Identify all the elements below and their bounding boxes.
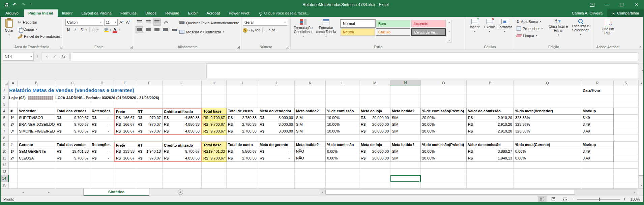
cell-J8[interactable] — [258, 135, 295, 142]
cell-E11[interactable]: R$166,67 — [114, 155, 136, 162]
tab-inserir[interactable]: Inserir — [58, 9, 77, 17]
cell-B11[interactable]: CLEUSA — [18, 155, 55, 162]
wrap-text-button[interactable]: Quebrar Texto Automaticamente — [178, 19, 240, 26]
sheet-nav-left-icon[interactable]: ◂ — [19, 188, 27, 196]
cell-F5[interactable]: R$970,07 — [136, 115, 163, 121]
cell-I4[interactable]: Total de custo — [227, 108, 258, 115]
cell-I11[interactable]: R$2.780,33 — [227, 155, 258, 162]
name-box-dropdown-icon[interactable]: ▾ — [30, 55, 32, 58]
cell-M7[interactable]: R$20.000,00 — [359, 128, 390, 135]
cell-M10[interactable]: R$20.000,00 — [359, 148, 390, 155]
minimize-icon[interactable]: — — [599, 0, 614, 9]
cell-N7[interactable]: SIM — [390, 128, 421, 135]
cell-L14[interactable] — [326, 175, 359, 182]
conditional-formatting-button[interactable]: Formatação Condicional▾ — [292, 18, 314, 44]
cell-R8[interactable] — [581, 135, 614, 142]
cell-D10[interactable]: R$- — [90, 148, 114, 155]
cell-S4[interactable] — [614, 108, 638, 115]
cell-E3[interactable] — [114, 101, 136, 108]
zoom-slider[interactable] — [577, 199, 620, 200]
cell-A6[interactable]: 2º — [9, 121, 18, 128]
cell-R7[interactable]: 3,49 — [581, 128, 614, 135]
row-header-6[interactable]: 6 — [0, 121, 9, 128]
formula-enter-button[interactable]: ✓ — [53, 54, 57, 59]
formula-cancel-button[interactable]: × — [46, 54, 48, 59]
cell-N12[interactable] — [390, 162, 421, 169]
decrease-decimal-icon[interactable]: .00→ — [271, 29, 278, 32]
cell-H13[interactable] — [202, 169, 227, 175]
cell-F10[interactable]: R$1.940,13 — [136, 148, 163, 155]
cell-E12[interactable] — [114, 162, 136, 169]
cell-H5[interactable]: R$9.700,67 — [202, 115, 227, 121]
cell-K6[interactable]: SIM — [295, 121, 326, 128]
cell-P14[interactable] — [467, 175, 514, 182]
cell-G4[interactable]: Crédito utilizado — [163, 108, 202, 115]
cell-K14[interactable] — [295, 175, 326, 182]
style-calculo[interactable]: Cálculo — [376, 28, 410, 36]
cell-S3[interactable] — [614, 101, 638, 108]
cell-P9[interactable]: Valor da comissão — [467, 142, 514, 148]
cell-J6[interactable]: R$3.000,00 — [258, 121, 295, 128]
cell-O5[interactable]: 20.00% — [421, 115, 467, 121]
cell-O10[interactable]: 20.00% — [421, 148, 467, 155]
align-bottom-icon[interactable] — [153, 19, 161, 26]
align-right-icon[interactable] — [153, 26, 161, 33]
cell-G13[interactable] — [163, 169, 202, 175]
cell-K9[interactable]: Meta batida? — [295, 142, 326, 148]
cell-K1[interactable] — [295, 86, 326, 94]
cell-M13[interactable] — [359, 169, 390, 175]
comma-style-icon[interactable]: 000 — [255, 29, 260, 32]
cell-S9[interactable] — [614, 142, 638, 148]
cell-H9[interactable]: Total base — [202, 142, 227, 148]
borders-icon[interactable] — [92, 28, 96, 32]
tab-pagina-inicial[interactable]: Página Inicial — [24, 9, 58, 17]
formula-input[interactable] — [70, 52, 638, 61]
cell-K13[interactable] — [295, 169, 326, 175]
number-dialog-launcher-icon[interactable] — [286, 46, 289, 49]
cell-S2[interactable] — [614, 94, 638, 101]
bold-button[interactable]: N — [65, 28, 71, 32]
cell-J3[interactable] — [258, 101, 295, 108]
cell-P8[interactable] — [467, 135, 514, 142]
cell-O1[interactable] — [421, 86, 467, 94]
cell-L9[interactable]: % de comissão — [326, 142, 359, 148]
cell-Q10[interactable]: 0.00% — [514, 148, 581, 155]
cell-M1[interactable] — [359, 86, 390, 94]
cell-E13[interactable] — [114, 169, 136, 175]
increase-decimal-icon[interactable]: ←.0 — [265, 29, 270, 32]
sheet-nav-right-icon[interactable]: ▸ — [45, 188, 53, 196]
row-header-14[interactable]: 14 — [0, 175, 9, 182]
align-center-icon[interactable] — [144, 26, 152, 33]
styles-gallery-scrollbar[interactable]: ▴ ▾ ▾ — [447, 20, 451, 43]
row-header-10[interactable]: 10 — [0, 148, 9, 155]
customize-qat-icon[interactable]: ▾ — [31, 3, 32, 6]
column-header-J[interactable]: J — [258, 80, 295, 86]
cell-S12[interactable] — [614, 162, 638, 169]
cell-B15[interactable] — [18, 182, 55, 188]
cell-R9[interactable]: Markup — [581, 142, 614, 148]
cell-A3[interactable] — [9, 101, 18, 108]
cell-O12[interactable] — [421, 162, 467, 169]
cell-F3[interactable] — [136, 101, 163, 108]
cell-H8[interactable] — [202, 135, 227, 142]
column-header-N[interactable]: N — [390, 80, 421, 86]
tab-layout-da-pagina[interactable]: Layout da Página — [77, 9, 116, 17]
cell-M15[interactable] — [359, 182, 390, 188]
collapse-ribbon-icon[interactable]: ∧ — [639, 45, 641, 48]
cell-P1[interactable] — [467, 86, 514, 94]
cell-H12[interactable] — [202, 162, 227, 169]
style-incorreto[interactable]: Incorreto — [411, 20, 446, 27]
fill-handle[interactable] — [419, 181, 421, 183]
font-size-select[interactable]: 11▾ — [104, 19, 118, 26]
cell-Q8[interactable] — [514, 135, 581, 142]
cell-I6[interactable]: R$2.780,33 — [227, 121, 258, 128]
cell-Q2[interactable] — [514, 94, 581, 101]
cell-E6[interactable]: R$166,67 — [114, 121, 136, 128]
cell-G10[interactable]: R$9.700,67 — [163, 148, 202, 155]
decrease-font-icon[interactable]: A▾ — [125, 20, 130, 25]
horizontal-scrollbar[interactable]: ◂ ▸ — [320, 189, 637, 195]
cell-N8[interactable] — [390, 135, 421, 142]
cell-A13[interactable] — [9, 169, 18, 175]
cell-I10[interactable]: R$5.560,67 — [227, 148, 258, 155]
cell-D12[interactable] — [90, 162, 114, 169]
